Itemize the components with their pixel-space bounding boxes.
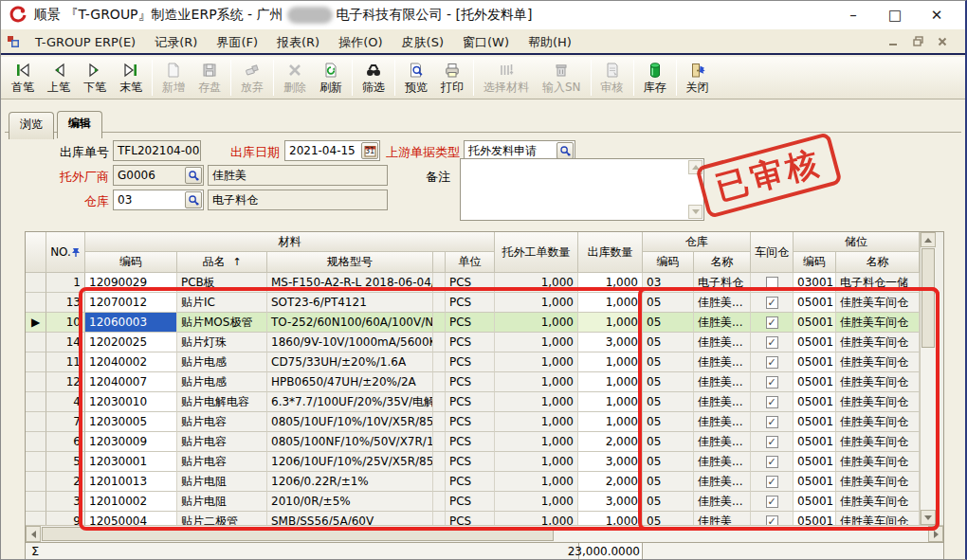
order-no-field[interactable]: TFL202104-0022 — [113, 140, 201, 161]
calendar-button[interactable]: 31 — [361, 142, 378, 159]
spec-cell[interactable]: HPB0650/47UH/±20%/2A — [267, 372, 433, 392]
spec-cell[interactable]: 0805/100NF/10%/50V/X7R/105℃ — [267, 432, 433, 452]
row-selector-cell[interactable] — [26, 352, 46, 372]
row-number-cell[interactable]: 10 — [46, 313, 85, 333]
location-code-cell[interactable]: 05001 — [794, 313, 836, 333]
header-material-name[interactable]: 品名↑ — [177, 252, 267, 273]
toolbar-close-button[interactable]: 关闭 — [680, 59, 716, 97]
location-name-cell[interactable]: 佳胜美车间仓 — [836, 392, 920, 412]
narrow-cell[interactable] — [433, 432, 446, 452]
row-number-cell[interactable]: 5 — [46, 452, 85, 472]
unit-cell[interactable]: PCS — [446, 392, 495, 412]
menu-item[interactable]: T-GROUP ERP(E) — [26, 32, 145, 52]
header-location-name[interactable]: 名称 — [836, 252, 920, 273]
location-name-cell[interactable]: 佳胜美车间仓 — [836, 452, 920, 472]
row-number-cell[interactable]: 12 — [46, 372, 85, 392]
workshop-checkbox[interactable]: ✓ — [766, 297, 778, 309]
table-row[interactable]: 512030001贴片电容1206/10UF/10%/25V/X5R/85℃PC… — [26, 452, 920, 472]
minimize-button[interactable]: – — [832, 2, 874, 28]
row-number-cell[interactable]: 13 — [46, 293, 85, 313]
unit-cell[interactable]: PCS — [446, 412, 495, 432]
unit-cell[interactable]: PCS — [446, 293, 495, 313]
material-code-cell[interactable]: 12050004 — [85, 512, 177, 525]
material-name-cell[interactable]: 贴片电感 — [177, 352, 267, 372]
workshop-cell[interactable]: ✓ — [751, 333, 794, 352]
spec-cell[interactable]: 0805/10UF/10%/10V/X5R/85℃ — [267, 412, 433, 432]
out-qty-cell[interactable]: 3,000 — [578, 333, 643, 352]
order-qty-cell[interactable]: 1,000 — [495, 412, 578, 432]
warehouse-code-cell[interactable]: 05 — [643, 293, 694, 313]
workshop-checkbox[interactable]: ✓ — [766, 476, 778, 488]
narrow-cell[interactable] — [433, 293, 446, 313]
header-spec[interactable]: 规格型号 — [267, 252, 433, 273]
warehouse-code-cell[interactable]: 05 — [643, 452, 694, 472]
location-code-cell[interactable]: 05001 — [794, 472, 836, 492]
vertical-scrollbar[interactable] — [920, 232, 936, 525]
row-selector-cell[interactable]: ▶ — [26, 313, 46, 333]
material-code-cell[interactable]: 12030001 — [85, 452, 177, 472]
warehouse-code-cell[interactable]: 03 — [643, 273, 694, 293]
table-row[interactable]: 612030009贴片电容0805/100NF/10%/50V/X7R/105℃… — [26, 432, 920, 452]
narrow-cell[interactable] — [433, 372, 446, 392]
warehouse-code-cell[interactable]: 05 — [643, 492, 694, 512]
location-name-cell[interactable]: 佳胜美车间仓 — [836, 293, 920, 313]
mdi-restore-icon[interactable] — [910, 35, 925, 48]
spec-cell[interactable]: SMB/SS56/5A/60V — [267, 512, 433, 525]
material-name-cell[interactable]: 贴片电解电容 — [177, 392, 267, 412]
lookup-icon[interactable] — [185, 191, 202, 208]
header-workshop[interactable]: 车间仓 — [751, 232, 794, 273]
table-row[interactable]: 1412020025贴片灯珠1860/9V-10V/1000mA/5600K-6… — [26, 333, 920, 352]
table-row[interactable]: 312010002贴片电阻2010/0R/±5%PCS1,0003,00005佳… — [26, 492, 920, 512]
narrow-cell[interactable] — [433, 512, 446, 525]
workshop-checkbox[interactable]: ✓ — [766, 515, 778, 526]
toolbar-button[interactable]: 刷新 — [313, 59, 349, 97]
maximize-button[interactable]: □ — [874, 2, 916, 28]
location-code-cell[interactable]: 05001 — [794, 452, 836, 472]
location-code-cell[interactable]: 05001 — [794, 293, 836, 313]
table-row[interactable]: 912050004贴片二极管SMB/SS56/5A/60VPCS1,0001,0… — [26, 512, 920, 525]
row-number-cell[interactable]: 4 — [46, 392, 85, 412]
row-number-cell[interactable]: 11 — [46, 352, 85, 372]
row-number-cell[interactable]: 2 — [46, 472, 85, 492]
header-out-qty[interactable]: 出库数量 — [578, 232, 643, 273]
out-qty-cell[interactable]: 1,000 — [578, 372, 643, 392]
order-qty-cell[interactable]: 1,000 — [495, 492, 578, 512]
narrow-cell[interactable] — [433, 472, 446, 492]
warehouse-name-cell[interactable]: 佳胜美 — [694, 512, 751, 525]
warehouse-name-cell[interactable]: 电子料仓 — [694, 273, 751, 293]
header-unit[interactable]: 单位 — [446, 252, 495, 273]
toolbar-button[interactable]: 首笔 — [5, 59, 41, 97]
out-qty-cell[interactable]: 1,000 — [578, 293, 643, 313]
header-order-qty[interactable]: 托外工单数量 — [495, 232, 578, 273]
row-selector-cell[interactable] — [26, 452, 46, 472]
header-warehouse-code[interactable]: 编码 — [643, 252, 694, 273]
table-row[interactable]: 1212040007贴片电感HPB0650/47UH/±20%/2APCS1,0… — [26, 372, 920, 392]
out-qty-cell[interactable]: 3,000 — [578, 452, 643, 472]
table-row[interactable]: 112090029PCB板MS-F150-A2-R-L 2018-06-04/铝… — [26, 273, 920, 293]
row-selector-cell[interactable] — [26, 372, 46, 392]
narrow-cell[interactable] — [433, 313, 446, 333]
material-code-cell[interactable]: 12040002 — [85, 352, 177, 372]
workshop-checkbox[interactable]: ✓ — [766, 396, 778, 408]
out-qty-cell[interactable]: 1,000 — [578, 512, 643, 525]
location-name-cell[interactable]: 佳胜美车间仓 — [836, 333, 920, 352]
warehouse-code-cell[interactable]: 05 — [643, 512, 694, 525]
warehouse-name-cell[interactable]: 佳胜美... — [694, 412, 751, 432]
out-qty-cell[interactable]: 2,000 — [578, 432, 643, 452]
out-qty-cell[interactable]: 1,000 — [578, 352, 643, 372]
toolbar-button[interactable]: 末笔 — [113, 59, 149, 97]
location-name-cell[interactable]: 佳胜美车间仓 — [836, 432, 920, 452]
row-number-cell[interactable]: 14 — [46, 333, 85, 352]
row-selector-cell[interactable] — [26, 472, 46, 492]
narrow-cell[interactable] — [433, 412, 446, 432]
toolbar-button[interactable]: 上笔 — [41, 59, 77, 97]
location-name-cell[interactable]: 佳胜美车间仓 — [836, 512, 920, 525]
lookup-icon[interactable] — [185, 167, 202, 184]
order-qty-cell[interactable]: 1,000 — [495, 333, 578, 352]
scroll-down-icon[interactable] — [688, 205, 702, 219]
warehouse-name-cell[interactable]: 佳胜美... — [694, 492, 751, 512]
remark-textarea[interactable] — [460, 158, 704, 221]
warehouse-code-cell[interactable]: 05 — [643, 352, 694, 372]
menu-item[interactable]: 记录(R) — [145, 32, 207, 52]
menu-item[interactable]: 皮肤(S) — [392, 32, 453, 52]
